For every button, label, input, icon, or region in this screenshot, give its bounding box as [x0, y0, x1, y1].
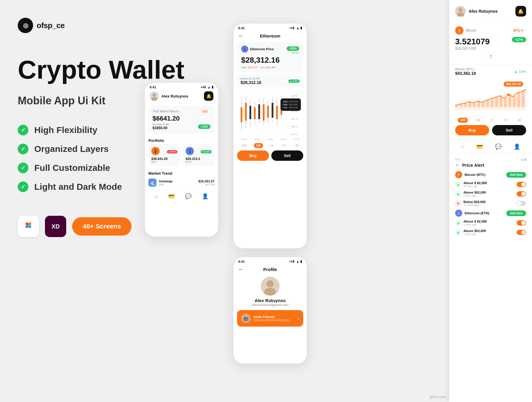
tab-5y[interactable]: 5Y — [280, 143, 288, 148]
btc-amount-col: 3.521079 $19,283 USD — [455, 37, 490, 51]
right-home-icon[interactable]: ⌂ — [461, 143, 464, 150]
right-wallet-icon[interactable]: 💳 — [476, 143, 483, 150]
right-notif-btn[interactable]: 🔔 — [515, 6, 526, 17]
eth-toggle-2[interactable] — [517, 230, 526, 235]
feature-text-1: High Flexibility — [34, 125, 97, 135]
profile-nav-icon[interactable]: 👤 — [202, 193, 208, 200]
wallet-nav-icon[interactable]: 💳 — [168, 193, 175, 200]
btc-add-new-btn[interactable]: Add New — [506, 172, 526, 178]
bitcoin-price: $36,641.20 — [151, 157, 177, 161]
feature-text-4: Light and Dark Mode — [34, 182, 122, 192]
btc-toggle-1[interactable] — [517, 182, 526, 187]
btc-alert-info-1: Above $ 82,000 30 mins ago — [463, 181, 517, 188]
back-btn-2[interactable]: ← — [238, 33, 244, 39]
alert-signal: ▲ ▮ — [520, 158, 526, 161]
right-profile-icon[interactable]: 👤 — [514, 143, 520, 150]
profile-email: Alexrutuynos@gmail.com — [233, 303, 307, 307]
wallet-label: Total Wallet Balance — [153, 110, 179, 113]
svg-text:$36.1k: $36.1k — [291, 126, 298, 128]
btc-alert-price-2: Above $52,000 — [463, 191, 517, 194]
eth-add-new-btn[interactable]: Add New — [506, 210, 526, 216]
svg-point-42 — [457, 12, 464, 17]
right-tab-24h[interactable]: 24H — [458, 118, 468, 123]
btc-toggle-2[interactable] — [517, 191, 526, 197]
btc-alert-price-3: Below $26,000 — [463, 200, 517, 204]
eth-sub-ticker: Ethereum (ETH) — [241, 77, 261, 80]
tooltip-low: Low $13,298 — [283, 106, 299, 109]
signal-icons-3: ▲ ▮ — [290, 260, 302, 263]
right-panel: Alex Rutuynos 🔔 ₿ Bitcoin BTC ▾ 3.521079… — [449, 0, 532, 402]
eth-toggle-1[interactable] — [517, 220, 526, 226]
wallet-amount: $6641.20 — [153, 115, 210, 122]
wifi-icon-2: ▲ — [296, 26, 299, 30]
tab-all[interactable]: All — [293, 143, 301, 148]
status-bar-3: 9:41 ▲ ▮ — [233, 257, 307, 265]
alert-arrow-up-2: ▲ — [455, 191, 461, 197]
wifi-icon: ▲ — [207, 85, 211, 89]
avatar-1 — [150, 91, 159, 101]
profile-title: Profile — [263, 267, 277, 272]
sell-btn-2[interactable]: Sell — [271, 150, 303, 161]
eth-price-row: Ξ Ethereum Price +20% +0.9% — [241, 46, 299, 54]
eth-alert-info-2: Above $52,000 1 hour ago — [463, 229, 517, 236]
portfolio-title: Portfolio — [145, 136, 218, 144]
username-1: Alex Rutuynos — [161, 94, 188, 98]
tab-1w[interactable]: 1W — [254, 143, 263, 148]
right-tab-all[interactable]: All — [515, 118, 523, 123]
invite-card[interactable]: 👥 Invite Friends Invite your friends and… — [237, 310, 303, 327]
alert-eth-name: Ethereum (ETH) — [465, 211, 489, 215]
xd-label: XD — [51, 223, 60, 230]
uniswap-price: $16,351.57 — [198, 179, 215, 183]
btc-header: ₿ Bitcoin BTC ▾ — [455, 26, 526, 35]
eth-alert-header: Ξ Ethereum (ETH) Add New — [455, 210, 526, 217]
eth-header: ← Ethereum — [233, 31, 307, 41]
check-icon-4 — [18, 181, 28, 192]
btc-name: Bitcoin — [466, 28, 476, 33]
profit-label: Monthly Profit — [153, 123, 169, 126]
btc-alert-2: ▲ Above $52,000 2 hour ago — [455, 191, 526, 197]
right-sell-btn[interactable]: Sell — [492, 125, 526, 135]
screens-badge: 40+ Screens — [72, 217, 132, 236]
tab-24h[interactable]: 24H — [239, 143, 249, 148]
btc-toggle-3[interactable] — [517, 201, 526, 206]
phone-profile: 9:41 ▲ ▮ ← Profile Alex Rutuynos Alexrut… — [233, 257, 307, 364]
eth-sub-price: $28,312.16 — [241, 80, 261, 85]
figma-icon — [24, 220, 33, 233]
profile-name: Alex Rutuynos — [233, 298, 307, 303]
right-action-btns: Buy Sell — [449, 125, 532, 140]
eth-coin-name: Ethereum Price — [250, 47, 274, 51]
buy-btn-2[interactable]: Buy — [237, 150, 269, 161]
svg-point-39 — [267, 280, 274, 287]
btc-price-pct: 3.6% — [519, 70, 526, 73]
eth-change-col: +20% +0.9% — [287, 46, 299, 54]
invite-text: Invite Friends Invite your friends and g… — [254, 315, 295, 322]
expand-btn[interactable]: ▾ — [486, 52, 495, 60]
back-btn-3[interactable]: ← — [238, 266, 244, 273]
btc-selector[interactable]: BTC ▾ — [511, 27, 526, 34]
alert-status-bar: 9:41 ▲ ▮ — [455, 158, 526, 161]
chat-nav-icon[interactable]: 💬 — [185, 193, 192, 200]
bitcoin-change: -0.79% — [167, 150, 177, 153]
usd-tag: USD — [199, 109, 210, 114]
phone-header-1: Alex Rutuynos 🔔 — [145, 90, 218, 103]
right-chat-icon[interactable]: 💬 — [495, 143, 502, 150]
btc-price-info: Bitcoin (BTC) $43,362.18 — [455, 67, 476, 76]
alert-header-row: ← Price Alert — [455, 162, 526, 168]
tab-1y[interactable]: 1Y — [267, 143, 276, 148]
svg-rect-24 — [263, 104, 265, 121]
eth-alert-arrow-2: ▲ — [455, 229, 461, 235]
watermark: gfxtra.com — [430, 395, 446, 399]
right-tab-5y[interactable]: 5Y — [502, 118, 510, 123]
eth-subcard: Ethereum (ETH) $28,312.16 ▲ 0.9% — [237, 75, 303, 87]
alert-back-btn[interactable]: ← — [455, 162, 460, 168]
wallet-balance-card: Total Wallet Balance USD $6641.20 Monthl… — [148, 106, 215, 134]
eth-high-low: High: $40,437 Low: $12,367 — [241, 66, 299, 69]
right-tab-1y[interactable]: 1Y — [488, 118, 496, 123]
home-nav-icon[interactable]: ⌂ — [155, 193, 158, 200]
right-buy-btn[interactable]: Buy — [455, 125, 489, 135]
price-alert-section: 9:41 ▲ ▮ ← Price Alert ₿ Bitcoin (BTC) A… — [449, 153, 532, 241]
notification-btn-1[interactable]: 🔔 — [204, 91, 213, 101]
svg-point-41 — [458, 8, 463, 12]
right-tab-1w[interactable]: 1W — [473, 118, 483, 123]
btc-amount: 3.521079 — [455, 37, 490, 46]
